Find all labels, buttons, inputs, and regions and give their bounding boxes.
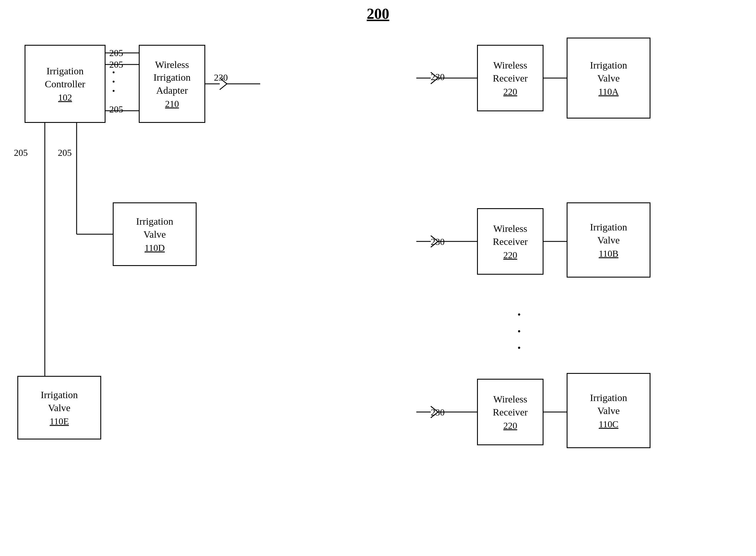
irrigation-valve-110c-ref: 110C	[599, 419, 618, 430]
wireless-receiver-c-box: WirelessReceiver 220	[477, 379, 543, 445]
irrigation-valve-110c-label: IrrigationValve	[590, 391, 627, 417]
ref-230-adapter: 230	[214, 72, 228, 83]
dots-bc: •••	[517, 307, 521, 356]
wireless-irrigation-adapter-label: WirelessIrrigationAdapter	[153, 59, 190, 97]
ref-230-b: 230	[431, 237, 445, 247]
diagram-title: 200	[367, 5, 389, 22]
irrigation-controller-ref: 102	[58, 92, 72, 103]
irrigation-valve-110d-ref: 110D	[145, 243, 165, 253]
irrigation-controller-label: Irrigation Controller	[26, 65, 105, 90]
irrigation-valve-110e-label: IrrigationValve	[41, 389, 78, 414]
wireless-receiver-a-label: WirelessReceiver	[493, 59, 528, 84]
wireless-irrigation-adapter-ref: 210	[165, 99, 179, 109]
irrigation-valve-110e-ref: 110E	[50, 416, 69, 427]
ref-230-a: 230	[431, 72, 445, 82]
irrigation-valve-110d-label: IrrigationValve	[136, 215, 173, 241]
wireless-receiver-a-ref: 220	[503, 86, 517, 97]
irrigation-valve-110a-label: IrrigationValve	[590, 59, 627, 84]
wireless-receiver-b-label: WirelessReceiver	[493, 222, 528, 248]
irrigation-valve-110b-label: IrrigationValve	[590, 221, 627, 246]
ref-205-mid: 205	[109, 59, 123, 70]
ref-205-vert-right: 205	[58, 147, 72, 158]
irrigation-valve-110a-ref: 110A	[599, 86, 619, 97]
irrigation-valve-110d-box: IrrigationValve 110D	[113, 202, 196, 266]
irrigation-valve-110e-box: IrrigationValve 110E	[17, 376, 101, 440]
ref-230-c: 230	[431, 407, 445, 418]
irrigation-valve-110a-box: IrrigationValve 110A	[567, 38, 650, 118]
irrigation-valve-110c-box: IrrigationValve 110C	[567, 373, 650, 448]
wireless-receiver-b-ref: 220	[503, 250, 517, 260]
wireless-receiver-a-box: WirelessReceiver 220	[477, 45, 543, 111]
irrigation-valve-110b-ref: 110B	[599, 248, 618, 259]
irrigation-valve-110b-box: IrrigationValve 110B	[567, 202, 650, 278]
wireless-receiver-b-box: WirelessReceiver 220	[477, 208, 543, 275]
wireless-irrigation-adapter-box: WirelessIrrigationAdapter 210	[139, 45, 205, 123]
wireless-receiver-c-ref: 220	[503, 420, 517, 431]
ref-205-vert-left: 205	[14, 147, 28, 158]
ref-205-upper: 205	[109, 48, 123, 59]
irrigation-controller-box: Irrigation Controller 102	[25, 45, 106, 123]
dots-205: •••	[112, 68, 115, 96]
wireless-receiver-c-label: WirelessReceiver	[493, 393, 528, 418]
ref-205-lower: 205	[109, 104, 123, 115]
